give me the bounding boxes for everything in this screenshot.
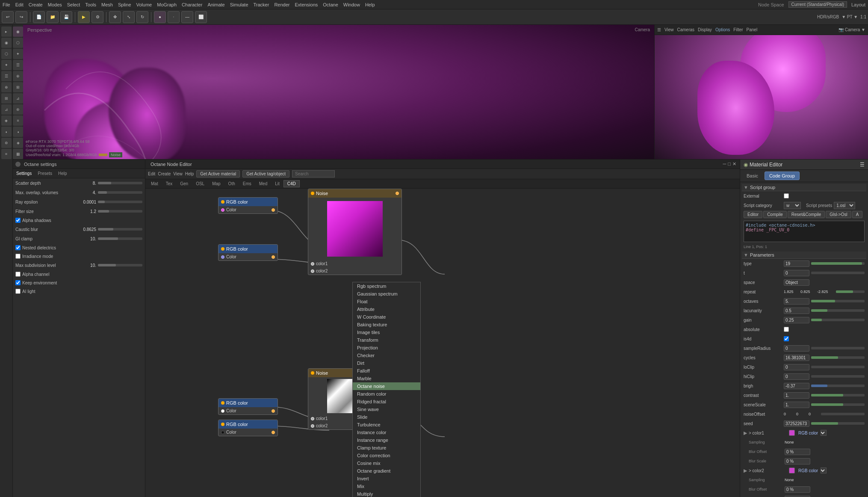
repeat-v2[interactable]: 0.825	[800, 290, 815, 294]
menu-ridged-fractal[interactable]: Ridged fractal	[353, 398, 420, 405]
compile-button[interactable]: Compile	[763, 211, 787, 218]
menu-animate[interactable]: Animate	[207, 2, 224, 7]
menu-gaussian-spectrum[interactable]: Gaussian spectrum	[353, 290, 420, 298]
octane-settings-close[interactable]	[15, 162, 21, 167]
menu-projection[interactable]: Projection	[353, 344, 420, 352]
save-button[interactable]: 💾	[60, 11, 72, 23]
ray-epsilon-value[interactable]: 0.0001	[73, 200, 96, 204]
left-icon-5[interactable]: ☰	[1, 71, 12, 81]
menu-multiply[interactable]: Multiply	[353, 490, 420, 497]
menu-mograph[interactable]: MoGraph	[157, 2, 177, 7]
alpha-shadows-checkbox[interactable]	[15, 218, 21, 223]
layout-label[interactable]: Layout	[851, 2, 865, 7]
object-mode[interactable]: ●	[154, 11, 166, 23]
menu-image-tiles[interactable]: Image tiles	[353, 328, 420, 336]
parameters-expand[interactable]: ▼	[744, 252, 748, 257]
node-tab-med[interactable]: Med	[255, 180, 271, 187]
node-tab-c4d[interactable]: C4D	[283, 180, 300, 187]
tool-7[interactable]: ⊿	[13, 93, 23, 104]
node-tab-ems[interactable]: Ems	[239, 180, 255, 187]
node-editor-maximize[interactable]: □	[728, 161, 731, 167]
octaves-bar[interactable]	[811, 300, 865, 302]
vp-panel[interactable]: Panel	[747, 27, 758, 32]
node-tab-osl[interactable]: OSL	[192, 180, 208, 187]
max-overlap-bar[interactable]	[98, 191, 142, 194]
me-tab-basic[interactable]: Basic	[742, 172, 763, 180]
vp-options[interactable]: Options	[715, 27, 730, 32]
edge-mode[interactable]: —	[181, 11, 193, 23]
tool-1[interactable]: ◉	[13, 27, 23, 37]
node-tab-tex[interactable]: Tex	[162, 180, 177, 187]
gain-bar[interactable]	[811, 319, 865, 321]
rgb-color-node-4[interactable]: RGB color Color	[218, 420, 278, 436]
menu-instance-color[interactable]: Instance color	[353, 429, 420, 436]
settings-tab-settings[interactable]: Settings	[15, 170, 33, 177]
max-overlap-value[interactable]: 4.	[73, 190, 96, 195]
script-presets-select[interactable]: 1.osl	[834, 202, 855, 209]
left-icon-9[interactable]: ◈	[1, 115, 12, 126]
irradiance-mode-checkbox[interactable]	[15, 254, 21, 259]
type-bar[interactable]	[811, 262, 865, 265]
node-tab-mat[interactable]: Mat	[147, 180, 162, 187]
brigh-bar[interactable]	[811, 385, 865, 387]
seed-value[interactable]: 372522673	[784, 420, 809, 427]
left-icon-12[interactable]: ≡	[1, 149, 12, 159]
left-icon-4[interactable]: ✦	[1, 60, 12, 70]
new-button[interactable]: 📄	[33, 11, 45, 23]
poly-mode[interactable]: ⬜	[195, 11, 207, 23]
code-editor[interactable]: #include <octane-cdnoise.h> #define _FPC…	[744, 221, 865, 242]
menu-spline[interactable]: Spline	[118, 2, 131, 7]
scene-scale-bar[interactable]	[811, 403, 865, 406]
seed-bar[interactable]	[811, 422, 865, 425]
menu-mesh[interactable]: Mesh	[101, 2, 113, 7]
tool-12[interactable]: ▦	[13, 149, 23, 159]
menu-rgb-spectrum[interactable]: Rgb spectrum	[353, 282, 420, 290]
color1-link-value[interactable]: RGB color	[798, 431, 818, 435]
menu-falloff[interactable]: Falloff	[353, 367, 420, 375]
menu-dirt[interactable]: Dirt	[353, 359, 420, 367]
hiclip-value[interactable]: 0	[784, 373, 809, 380]
hiclip-bar[interactable]	[811, 375, 865, 378]
menu-instance-range[interactable]: Instance range	[353, 436, 420, 444]
parameters-header[interactable]: ▼ Parameters	[742, 251, 866, 259]
editor-button[interactable]: Editor	[744, 211, 762, 218]
glsl-osl-button[interactable]: Glsl->Osl	[826, 211, 851, 218]
render-settings-button[interactable]: ⚙	[92, 11, 103, 23]
rgb-node-4-out[interactable]	[272, 431, 275, 434]
redo-button[interactable]: ↪	[15, 11, 27, 23]
ne-menu-view[interactable]: View	[173, 172, 183, 176]
ne-menu-help[interactable]: Help	[185, 172, 194, 176]
rgb-node-1-out[interactable]	[272, 208, 275, 212]
contrast-bar[interactable]	[811, 394, 865, 396]
menu-mix[interactable]: Mix	[353, 482, 420, 490]
node-tab-lit[interactable]: Lit	[271, 180, 283, 187]
node-tab-oth[interactable]: Oth	[224, 180, 239, 187]
script-cat-select[interactable]: w	[784, 202, 801, 209]
menu-modes[interactable]: Modes	[48, 2, 62, 7]
menu-transform[interactable]: Transform	[353, 336, 420, 344]
tool-4[interactable]: ☰	[13, 60, 23, 70]
color2-blur-offset-value[interactable]: 0 %	[785, 486, 810, 493]
caustic-blur-value[interactable]: 0.8625	[73, 227, 96, 232]
color1-dropdown[interactable]: ▼	[821, 430, 827, 436]
gi-clamp-value[interactable]: 10.	[73, 237, 96, 241]
menu-create[interactable]: Create	[29, 2, 43, 7]
rgb-color-node-1[interactable]: RGB color Color	[218, 197, 278, 214]
reset-compile-button[interactable]: Reset&Compile	[788, 211, 825, 218]
color1-swatch[interactable]	[789, 430, 795, 436]
viewport-right-content[interactable]	[655, 35, 868, 159]
scale-tool[interactable]: ⤡	[123, 11, 135, 23]
ne-menu-edit[interactable]: Edit	[148, 172, 155, 176]
menu-marble[interactable]: Marble	[353, 375, 420, 382]
contrast-value[interactable]: 1.	[784, 392, 809, 399]
sample-radius-value[interactable]: 0	[784, 345, 809, 352]
me-hamburger[interactable]: ☰	[860, 162, 865, 168]
ray-epsilon-bar[interactable]	[98, 201, 142, 203]
menu-checker[interactable]: Checker	[353, 352, 420, 359]
menu-octane-gradient[interactable]: Octane gradient	[353, 467, 420, 475]
max-subdiv-value[interactable]: 10.	[73, 263, 96, 268]
repeat-v1[interactable]: 1.825	[784, 290, 799, 294]
alpha-channel-checkbox[interactable]	[15, 272, 21, 277]
cycles-value[interactable]: 16.381001	[784, 355, 809, 361]
node-space-value[interactable]: Current (Standard/Physical)	[788, 1, 847, 8]
